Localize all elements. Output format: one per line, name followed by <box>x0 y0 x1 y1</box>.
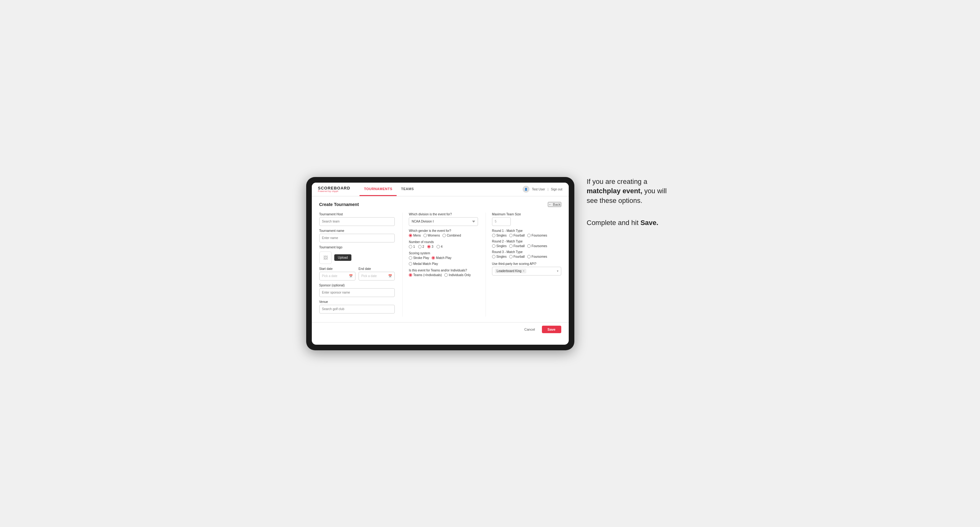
annotation-save-text: Complete and hit Save. <box>587 218 674 228</box>
end-date-placeholder: Pick a date <box>361 274 377 278</box>
back-button[interactable]: ← Back <box>548 202 561 207</box>
tournament-logo-label: Tournament logo <box>319 246 395 249</box>
sponsor-group: Sponsor (optional) <box>319 284 395 297</box>
round2-label: Round 2 - Match Type <box>492 240 561 243</box>
max-team-size-input[interactable] <box>492 217 511 226</box>
start-date-placeholder: Pick a date <box>322 274 337 278</box>
save-button[interactable]: Save <box>542 326 561 333</box>
round1-foursomes[interactable]: Foursomes <box>527 234 547 237</box>
scoring-match[interactable]: Match Play <box>431 256 451 260</box>
start-date-label: Start date <box>319 267 355 270</box>
teams-teams[interactable]: Teams (+Individuals) <box>409 273 442 277</box>
upload-button[interactable]: Upload <box>334 254 352 261</box>
avatar: 👤 <box>523 186 530 193</box>
tournament-name-input[interactable] <box>319 234 395 243</box>
page-title: Create Tournament <box>319 202 359 207</box>
calendar-icon-end: 📅 <box>388 274 392 278</box>
gender-group: Which gender is the event for? Mens Wome… <box>409 229 478 237</box>
end-date-label: End date <box>359 267 395 270</box>
form-header: Create Tournament ← Back <box>319 202 561 207</box>
max-team-size-label: Maximum Team Size <box>492 213 561 216</box>
api-select[interactable]: Leaderboard King × ▾ <box>492 267 561 276</box>
rounds-group: Number of rounds 1 2 <box>409 240 478 248</box>
round1-fourball[interactable]: Fourball <box>509 234 525 237</box>
gender-radio-group: Mens Womens Combined <box>409 234 478 237</box>
logo-upload-area: 🖼 Upload <box>319 251 395 264</box>
teams-individuals[interactable]: Individuals Only <box>444 273 471 277</box>
rounds-label: Number of rounds <box>409 240 478 244</box>
round3-foursomes[interactable]: Foursomes <box>527 255 547 258</box>
round2-fourball[interactable]: Fourball <box>509 244 525 248</box>
tournament-name-group: Tournament name <box>319 229 395 243</box>
scoring-radio-group: Stroke Play Match Play Medal Match Play <box>409 256 478 265</box>
tournament-name-label: Tournament name <box>319 229 395 232</box>
end-date-input[interactable]: Pick a date 📅 <box>359 272 395 281</box>
tournament-host-label: Tournament Host <box>319 213 395 216</box>
division-group: Which division is the event for? NCAA Di… <box>409 213 478 226</box>
api-tag-value: Leaderboard King <box>497 269 522 273</box>
right-column: Maximum Team Size Round 1 - Match Type S… <box>485 213 561 317</box>
page-wrapper: SCOREBOARD Powered by clippit TOURNAMENT… <box>272 177 708 350</box>
round3-label: Round 3 - Match Type <box>492 250 561 254</box>
middle-column: Which division is the event for? NCAA Di… <box>402 213 478 317</box>
round3-section: Round 3 - Match Type Singles Fourball <box>492 250 561 258</box>
round2-singles[interactable]: Singles <box>492 244 507 248</box>
division-select[interactable]: NCAA Division I <box>409 217 478 226</box>
api-label: Use third-party live scoring API? <box>492 262 561 265</box>
start-date-input[interactable]: Pick a date 📅 <box>319 272 355 281</box>
gender-womens[interactable]: Womens <box>423 234 440 237</box>
round1-label: Round 1 - Match Type <box>492 229 561 232</box>
teams-radio-group: Teams (+Individuals) Individuals Only <box>409 273 478 277</box>
api-group: Use third-party live scoring API? Leader… <box>492 262 561 276</box>
venue-label: Venue <box>319 300 395 303</box>
round1-singles[interactable]: Singles <box>492 234 507 237</box>
sponsor-label: Sponsor (optional) <box>319 284 395 287</box>
annotation-matchplay-text: If you are creating a matchplay event, y… <box>587 177 674 206</box>
form-container: Create Tournament ← Back Tournament Host… <box>312 196 569 322</box>
nav-tab-teams[interactable]: TEAMS <box>397 183 418 196</box>
cancel-button[interactable]: Cancel <box>521 326 539 333</box>
tournament-host-group: Tournament Host <box>319 213 395 226</box>
api-tag: Leaderboard King × <box>495 269 526 273</box>
round2-section: Round 2 - Match Type Singles Fourball <box>492 240 561 248</box>
form-columns: Tournament Host Tournament name Tourname… <box>319 213 561 317</box>
rounds-4[interactable]: 4 <box>436 245 443 248</box>
scoring-stroke[interactable]: Stroke Play <box>409 256 429 260</box>
rounds-3[interactable]: 3 <box>427 245 433 248</box>
nav-tab-tournaments[interactable]: TOURNAMENTS <box>360 183 397 196</box>
sign-out-link[interactable]: Sign out <box>551 187 563 191</box>
rounds-2[interactable]: 2 <box>418 245 424 248</box>
round3-singles[interactable]: Singles <box>492 255 507 258</box>
api-tag-close[interactable]: × <box>523 269 525 273</box>
main-nav: TOURNAMENTS TEAMS <box>360 183 418 196</box>
tournament-logo-group: Tournament logo 🖼 Upload <box>319 246 395 264</box>
sponsor-input[interactable] <box>319 288 395 297</box>
teams-label: Is this event for Teams and/or Individua… <box>409 269 478 272</box>
start-date-group: Start date Pick a date 📅 <box>319 267 355 281</box>
rounds-1[interactable]: 1 <box>409 245 415 248</box>
logo-placeholder: 🖼 <box>319 251 332 264</box>
round3-radio-group: Singles Fourball Foursomes <box>492 255 561 258</box>
rounds-radio-group: 1 2 3 <box>409 245 478 248</box>
logo-sub: Powered by clippit <box>318 190 350 192</box>
annotation-save: Complete and hit Save. <box>587 218 674 228</box>
tournament-host-input[interactable] <box>319 217 395 226</box>
round2-radio-group: Singles Fourball Foursomes <box>492 244 561 248</box>
user-name: Test User <box>532 187 545 191</box>
end-date-group: End date Pick a date 📅 <box>359 267 395 281</box>
max-team-size-group: Maximum Team Size <box>492 213 561 226</box>
round1-section: Round 1 - Match Type Singles Fourball <box>492 229 561 237</box>
tablet-device: SCOREBOARD Powered by clippit TOURNAMENT… <box>306 177 574 350</box>
scoring-medal[interactable]: Medal Match Play <box>409 262 438 265</box>
division-label: Which division is the event for? <box>409 213 478 216</box>
logo-title: SCOREBOARD <box>318 186 350 190</box>
app-logo: SCOREBOARD Powered by clippit <box>318 186 350 192</box>
gender-mens[interactable]: Mens <box>409 234 421 237</box>
round1-radio-group: Singles Fourball Foursomes <box>492 234 561 237</box>
scoring-label: Scoring system <box>409 251 478 255</box>
venue-input[interactable] <box>319 305 395 314</box>
round2-foursomes[interactable]: Foursomes <box>527 244 547 248</box>
gender-combined[interactable]: Combined <box>442 234 461 237</box>
gender-label: Which gender is the event for? <box>409 229 478 232</box>
round3-fourball[interactable]: Fourball <box>509 255 525 258</box>
